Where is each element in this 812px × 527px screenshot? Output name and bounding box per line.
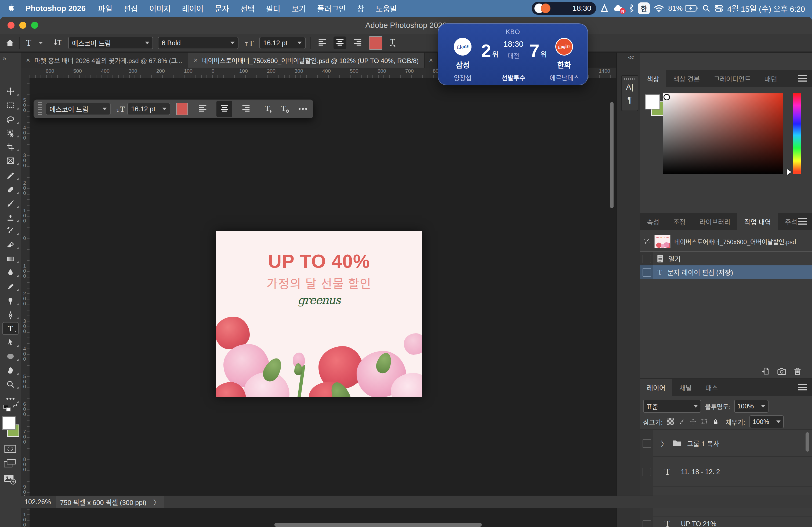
tab-patterns[interactable]: 패턴 [758, 70, 784, 87]
document-info[interactable]: 750 픽셀 x 600 픽셀 (300 ppi) 〉 [56, 496, 164, 508]
align-center-button[interactable] [334, 36, 346, 49]
color-picker-cursor[interactable] [664, 94, 670, 100]
tab-history[interactable]: 작업 내역 [737, 213, 778, 230]
document-tab-inactive[interactable]: × 마켓 홍보 배너 2026 4월의 꽃가게.psd @ 67.8% (그..… [21, 52, 188, 67]
tab-gradients[interactable]: 그레이디언트 [707, 70, 758, 87]
menubar-menu[interactable]: 레이어 [176, 3, 209, 14]
document-tab-active[interactable]: × 네이버스토어배너_750x600_어버이날할인.psd @ 102% (UP… [188, 52, 424, 67]
bluetooth-icon[interactable] [628, 4, 634, 13]
tool-eyedropper[interactable] [0, 169, 21, 182]
canvas-vertical-scrollbar[interactable] [610, 102, 613, 208]
character-panel-icon[interactable]: A| [622, 82, 638, 92]
tool-lasso[interactable] [0, 113, 21, 126]
status-chevron-icon[interactable]: 〉 [153, 497, 160, 507]
panel-foreground-swatch[interactable] [645, 94, 660, 109]
home-icon[interactable] [5, 39, 14, 47]
kbo-live-activity-pill[interactable]: 18:30 [532, 2, 596, 15]
tab-properties[interactable]: 속성 [640, 213, 666, 230]
ctx-text-color-swatch[interactable] [176, 103, 188, 115]
font-size-select[interactable]: 16.12 pt [259, 37, 306, 49]
tool-path-selection[interactable] [0, 336, 21, 349]
naver-cloud-icon[interactable]: N [613, 4, 624, 13]
tool-dodge[interactable] [0, 295, 21, 307]
layer-visibility-checkbox[interactable] [642, 439, 651, 448]
layer-row-text-1[interactable]: T 11. 18 - 12. 2 [640, 457, 812, 487]
close-tab-icon[interactable]: × [429, 56, 433, 64]
hue-slider-marker[interactable] [787, 169, 791, 175]
history-state-checkbox[interactable] [642, 255, 651, 263]
menubar-menu[interactable]: 보기 [286, 3, 311, 14]
spotlight-search-icon[interactable] [702, 4, 710, 13]
delete-state-icon[interactable] [794, 367, 801, 375]
control-center-icon[interactable] [714, 4, 723, 13]
text-color-swatch[interactable] [369, 36, 382, 50]
text-orientation-icon[interactable]: T [53, 38, 63, 48]
tool-ellipse-shape[interactable] [0, 350, 21, 363]
menubar-menu[interactable]: 도움말 [370, 3, 403, 14]
tool-frame[interactable] [0, 154, 21, 167]
apple-menu[interactable] [7, 4, 15, 13]
ctx-font-family-select[interactable]: 에스코어 드림 [46, 103, 111, 115]
document-canvas[interactable]: UP TO 40% 가정의 달 선물 할인 greenus [216, 231, 422, 397]
more-options-icon[interactable] [298, 108, 307, 110]
menubar-menu[interactable]: 편집 [118, 3, 143, 14]
warp-text-icon[interactable]: T [387, 37, 398, 48]
lock-pixels-icon[interactable] [678, 418, 685, 425]
canvas-pasteboard[interactable]: UP TO 40% 가정의 달 선물 할인 greenus [30, 78, 616, 527]
kbo-score-widget[interactable]: KBO Lions 삼성 2 위 18:30 대전 7 위 Eagles 한화 … [438, 23, 588, 85]
type-tool-preset[interactable]: T [25, 39, 43, 47]
new-document-from-state-icon[interactable] [762, 367, 770, 375]
add-image-button[interactable] [4, 474, 16, 485]
layer-visibility-checkbox[interactable] [642, 520, 651, 527]
close-tab-icon[interactable]: × [193, 56, 198, 64]
menubar-menu[interactable]: 창 [351, 3, 370, 14]
type-settings-icon[interactable]: T [279, 104, 290, 114]
battery-indicator[interactable]: 81% [668, 0, 698, 17]
lock-artboard-icon[interactable] [701, 418, 708, 425]
tool-gradient[interactable] [0, 253, 21, 266]
tab-libraries[interactable]: 라이브러리 [693, 213, 737, 230]
tab-layers[interactable]: 레이어 [640, 379, 672, 396]
minimize-window-button[interactable] [19, 22, 26, 29]
paragraph-panel-icon[interactable]: ¶ [622, 95, 638, 105]
panel-menu-icon[interactable] [798, 218, 807, 225]
menubar-menu[interactable]: 문자 [209, 3, 235, 14]
tab-swatches[interactable]: 색상 견본 [666, 70, 707, 87]
blend-mode-select[interactable]: 표준 [643, 400, 701, 413]
hue-slider[interactable] [793, 93, 801, 174]
tool-history-brush[interactable] [0, 224, 21, 237]
tool-blur[interactable] [0, 266, 21, 279]
window-titlebar[interactable]: Adobe Photoshop 2026 [0, 17, 812, 34]
opacity-select[interactable]: 100% [734, 400, 768, 413]
tab-channels[interactable]: 채널 [672, 379, 699, 396]
tab-paths[interactable]: 패스 [699, 379, 725, 396]
menubar-menu[interactable]: 선택 [235, 3, 260, 14]
tab-adjustments[interactable]: 조정 [666, 213, 693, 230]
drag-handle[interactable] [38, 102, 42, 116]
tool-rectangular-marquee[interactable] [0, 99, 21, 111]
new-snapshot-icon[interactable] [777, 367, 786, 375]
type-effects-icon[interactable]: T [263, 104, 274, 114]
zoom-level-field[interactable]: 102.26% [25, 498, 51, 506]
tab-color[interactable]: 색상 [640, 70, 666, 87]
history-state-open[interactable]: 열기 [640, 252, 812, 266]
ctx-align-left-button[interactable] [197, 103, 209, 115]
wifi-icon[interactable] [654, 4, 664, 13]
lock-position-icon[interactable] [690, 418, 697, 425]
vertical-ruler[interactable]: 5004003002001000100200300400500600700800… [21, 78, 30, 527]
default-colors-icon[interactable] [3, 405, 13, 413]
history-snapshot-thumbnail[interactable]: UP TO 33% [654, 235, 670, 248]
toolbar-collapse-icon[interactable]: » [3, 55, 5, 62]
foreground-color-swatch[interactable] [2, 417, 16, 430]
saturation-brightness-field[interactable] [663, 93, 783, 174]
collapse-panels-icon[interactable]: << [628, 54, 633, 61]
app-menu[interactable]: Photoshop 2026 [20, 4, 91, 13]
screen-mode-button[interactable] [4, 459, 16, 468]
layer-row-group[interactable]: 〉 그룹 1 복사 [640, 430, 812, 457]
menubar-menu[interactable]: 필터 [260, 3, 286, 14]
font-style-select[interactable]: 6 Bold [158, 37, 238, 49]
canvas-horizontal-scrollbar[interactable] [274, 523, 482, 527]
tool-zoom[interactable] [0, 378, 21, 391]
panel-menu-icon[interactable] [798, 384, 807, 391]
align-left-button[interactable] [316, 36, 329, 49]
